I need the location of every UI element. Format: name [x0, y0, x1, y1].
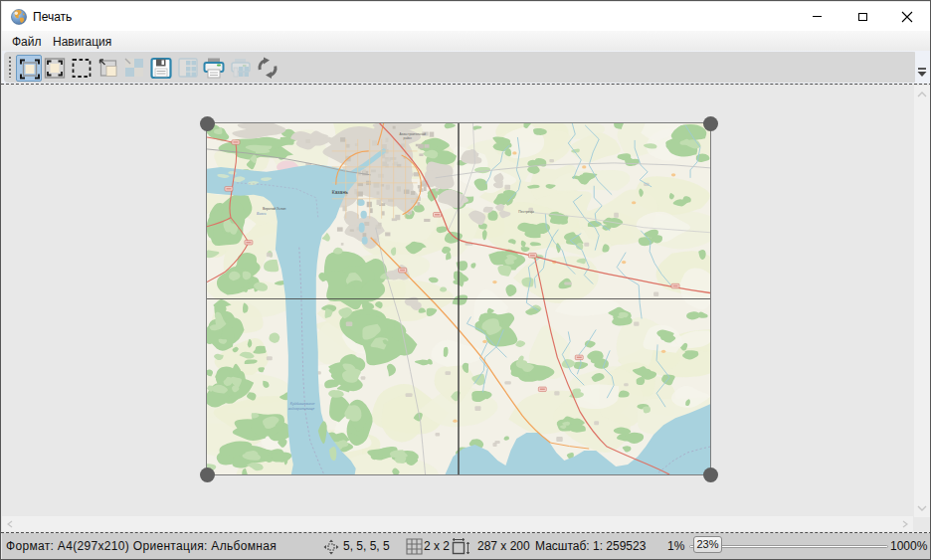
svg-text:Волга: Волга: [257, 212, 267, 216]
svg-text:Пестрецы: Пестрецы: [518, 210, 534, 214]
svg-text:Верхний Услон: Верхний Услон: [263, 207, 286, 211]
svg-text:район: район: [404, 136, 413, 140]
svg-text:Куйбышевское: Куйбышевское: [290, 402, 315, 406]
svg-text:Казань: Казань: [332, 189, 348, 195]
svg-text:водохранилище: водохранилище: [288, 407, 314, 411]
